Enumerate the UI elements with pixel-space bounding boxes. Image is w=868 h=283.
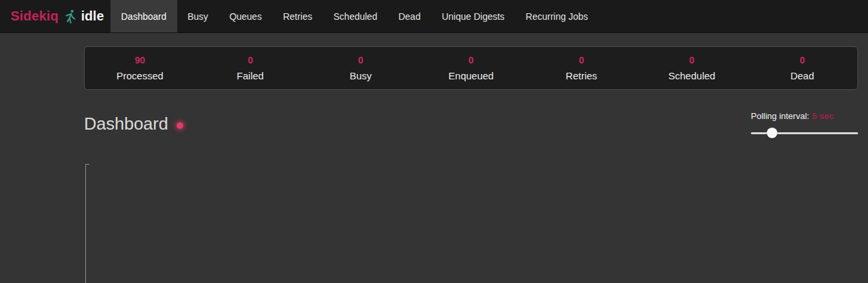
polling-interval-slider[interactable]	[751, 128, 858, 138]
nav-item-unique-digests[interactable]: Unique Digests	[431, 0, 515, 32]
stat-processed[interactable]: 90 Processed	[85, 55, 195, 81]
sidekiq-figure-icon	[64, 9, 76, 24]
nav-item-retries[interactable]: Retries	[273, 0, 323, 32]
stat-retries-label: Retries	[526, 70, 636, 81]
stat-failed-value: 0	[195, 55, 306, 65]
polling-interval-label: Polling interval:	[751, 111, 809, 121]
stats-summary-bar: 90 Processed 0 Failed 0 Busy 0 Enqueued …	[84, 46, 858, 90]
stat-scheduled[interactable]: 0 Scheduled	[636, 55, 747, 81]
stat-dead-value: 0	[747, 55, 857, 65]
nav-item-recurring-jobs[interactable]: Recurring Jobs	[515, 0, 599, 32]
stat-failed[interactable]: 0 Failed	[195, 55, 306, 81]
stat-retries[interactable]: 0 Retries	[526, 55, 636, 81]
stat-enqueued-value: 0	[416, 55, 527, 65]
stat-processed-value: 90	[85, 55, 195, 65]
realtime-dashboard-chart	[84, 164, 858, 283]
stat-busy-label: Busy	[306, 70, 416, 81]
stat-busy[interactable]: 0 Busy	[306, 55, 416, 81]
nav-item-scheduled[interactable]: Scheduled	[323, 0, 388, 32]
page-title: Dashboard	[84, 114, 168, 134]
polling-interval-control: Polling interval: 5 sec	[751, 110, 858, 138]
nav-item-dead[interactable]: Dead	[388, 0, 431, 32]
nav-item-dashboard[interactable]: Dashboard	[110, 0, 177, 32]
stat-failed-label: Failed	[195, 70, 306, 81]
nav-item-queues[interactable]: Queues	[219, 0, 273, 32]
main-container: 90 Processed 0 Failed 0 Busy 0 Enqueued …	[84, 46, 858, 283]
page-title-wrap: Dashboard	[84, 110, 858, 134]
stat-enqueued[interactable]: 0 Enqueued	[416, 55, 527, 81]
stat-dead[interactable]: 0 Dead	[747, 55, 857, 81]
stat-enqueued-label: Enqueued	[416, 70, 527, 81]
nav-item-busy[interactable]: Busy	[177, 0, 219, 32]
brand-link[interactable]: Sidekiq idle	[0, 0, 110, 32]
navbar: Sidekiq idle Dashboard Busy Queues Retri…	[0, 0, 868, 33]
polling-interval-value[interactable]: 5 sec	[812, 111, 834, 121]
stat-scheduled-value: 0	[636, 55, 747, 65]
slider-thumb[interactable]	[767, 128, 777, 138]
chart-y-axis	[85, 164, 86, 283]
brand-title: Sidekiq	[11, 9, 59, 24]
live-beacon-dot	[177, 122, 183, 129]
stat-scheduled-label: Scheduled	[636, 70, 747, 81]
status-text: idle	[81, 9, 104, 24]
page-header: Dashboard Polling interval: 5 sec	[84, 110, 858, 144]
stat-retries-value: 0	[526, 55, 636, 65]
nav-list: Dashboard Busy Queues Retries Scheduled …	[110, 0, 599, 32]
stat-dead-label: Dead	[747, 70, 857, 81]
stat-busy-value: 0	[306, 55, 416, 65]
stat-processed-label: Processed	[85, 70, 195, 81]
